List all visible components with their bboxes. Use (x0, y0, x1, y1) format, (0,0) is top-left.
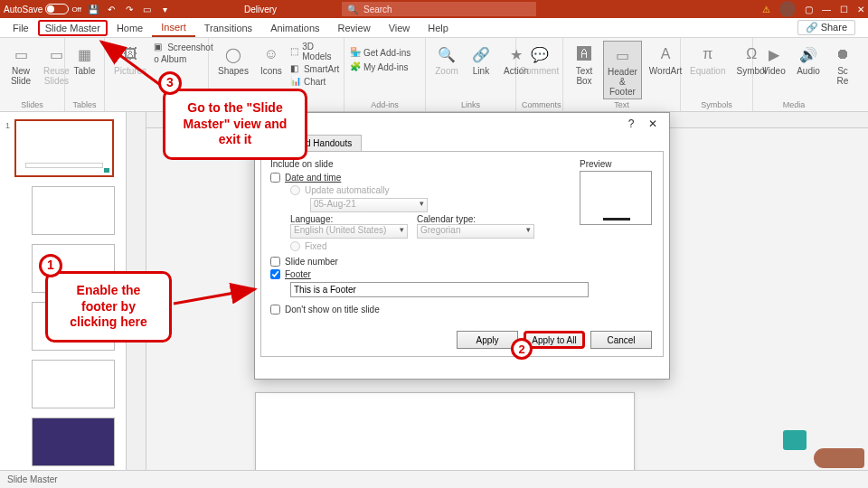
dont-show-checkbox[interactable] (270, 305, 280, 314)
fixed-label: Fixed (305, 241, 326, 251)
date-time-label: Date and time (285, 173, 341, 183)
link-icon: 🔗 (469, 42, 493, 66)
tab-transitions[interactable]: Transitions (195, 20, 261, 36)
dont-show-label: Don't show on title slide (285, 305, 380, 314)
tab-help[interactable]: Help (419, 20, 458, 36)
video-button[interactable]: ▶Video (759, 41, 789, 78)
close-icon[interactable]: ✕ (857, 5, 864, 14)
get-addins-button[interactable]: 🏪Get Add-ins (350, 46, 420, 59)
cancel-button[interactable]: Cancel (590, 331, 652, 349)
annotation-badge-3: 3 (158, 71, 182, 95)
table-button[interactable]: ▦Table (71, 41, 99, 78)
layout-thumbnail[interactable] (32, 360, 115, 408)
tab-slide-master[interactable]: Slide Master (38, 20, 108, 36)
screen-rec-icon: ⏺ (831, 42, 854, 66)
video-icon: ▶ (762, 42, 786, 66)
comment-icon: 💬 (528, 42, 552, 66)
group-text: Text (569, 100, 675, 111)
photo-album-button: o Album (154, 53, 213, 65)
group-links: Links (431, 100, 510, 111)
icons-button[interactable]: ☺Icons (256, 41, 287, 78)
search-placeholder: Search (363, 5, 392, 14)
dialog-help-icon[interactable]: ? (620, 117, 642, 130)
footer-checkbox[interactable] (270, 269, 280, 279)
models-button[interactable]: ⬚3D Models (290, 41, 339, 62)
layout-thumbnail[interactable] (32, 186, 115, 235)
maximize-icon[interactable]: ☐ (840, 5, 848, 14)
document-title: Delivery (244, 5, 277, 14)
tab-insert[interactable]: Insert (152, 19, 195, 37)
group-comments: Comments (522, 100, 557, 111)
qat-dropdown-icon[interactable]: ▾ (159, 3, 172, 15)
table-icon: ▦ (73, 42, 97, 66)
screen-rec-button[interactable]: ⏺Sc Re (827, 41, 858, 88)
group-symbols: Symbols (686, 100, 747, 111)
screenshot-icon: ▣ (154, 42, 165, 52)
calendar-label: Calendar type: (417, 214, 534, 224)
text-box-button[interactable]: 🅰Text Box (569, 41, 599, 88)
update-auto-label: Update automatically (305, 185, 389, 195)
master-thumbnail[interactable]: 1 (14, 119, 114, 177)
header-footer-icon: ▭ (610, 43, 634, 67)
annotation-1: 1 Enable the footer by clicking here (45, 271, 172, 343)
dialog-close-icon[interactable]: ✕ (642, 117, 664, 130)
branding-logo (814, 448, 864, 468)
tab-home[interactable]: Home (108, 20, 152, 36)
save-icon[interactable]: 💾 (87, 3, 99, 15)
header-footer-button[interactable]: ▭Header & Footer (603, 41, 642, 99)
autosave-label: AutoSave (4, 5, 42, 14)
slide-number-label: Slide number (285, 257, 338, 267)
shapes-button[interactable]: ◯Shapes (214, 41, 252, 78)
smartart-button[interactable]: ◧SmartArt (290, 62, 339, 75)
smartart-icon: ◧ (290, 63, 301, 74)
fixed-radio (290, 241, 300, 251)
annotation-3: 3 Go to the "Slide Master" view and exit… (163, 89, 307, 160)
slide-number-checkbox[interactable] (270, 257, 280, 267)
start-slideshow-icon[interactable]: ▭ (141, 3, 154, 15)
undo-icon[interactable]: ↶ (105, 3, 118, 15)
textbox-icon: 🅰 (572, 42, 596, 66)
equation-button: πEquation (686, 41, 729, 78)
screenshot-button[interactable]: ▣Screenshot (154, 41, 213, 53)
new-slide-button[interactable]: ▭New Slide (5, 41, 36, 88)
comment-button: 💬Comment (522, 41, 557, 78)
tab-animations[interactable]: Animations (261, 20, 328, 36)
status-mode: Slide Master (7, 474, 58, 484)
date-time-checkbox[interactable] (270, 173, 280, 183)
autosave-state: Off (71, 5, 81, 14)
autosave-toggle[interactable]: AutoSave Off (4, 4, 81, 14)
tab-review[interactable]: Review (329, 20, 380, 36)
header-footer-dialog: nd Footer ? ✕ Slide Notes and Handouts I… (254, 112, 670, 380)
minimize-icon[interactable]: — (822, 5, 831, 14)
link-button[interactable]: 🔗Link (466, 41, 496, 78)
tab-file[interactable]: File (4, 20, 38, 36)
language-label: Language: (290, 214, 408, 224)
group-addins: Add-ins (350, 100, 420, 111)
share-button[interactable]: 🔗 Share (797, 20, 855, 35)
ribbon-display-icon[interactable]: ▢ (805, 5, 813, 14)
status-bar: Slide Master (0, 470, 868, 488)
wordart-button[interactable]: AWordArt (646, 41, 686, 78)
apply-to-all-button[interactable]: Apply to All (524, 331, 585, 349)
addins-icon: 🧩 (350, 61, 361, 72)
audio-button[interactable]: 🔊Audio (793, 41, 824, 78)
redo-icon[interactable]: ↷ (123, 3, 136, 15)
apply-button[interactable]: Apply (457, 331, 518, 349)
equation-icon: π (696, 42, 720, 66)
chart-button[interactable]: 📊Chart (290, 75, 339, 88)
preview-thumbnail (580, 171, 652, 225)
shapes-icon: ◯ (222, 42, 245, 66)
group-media: Media (759, 100, 829, 111)
preview-label: Preview (580, 159, 654, 169)
search-box[interactable]: 🔍 Search (342, 2, 536, 16)
footer-text-input[interactable] (290, 282, 589, 297)
annotation-badge-1: 1 (39, 254, 62, 277)
assist-chip[interactable] (783, 430, 807, 450)
layout-thumbnail[interactable] (32, 418, 115, 466)
tab-view[interactable]: View (380, 20, 420, 36)
avatar[interactable] (779, 1, 796, 17)
audio-icon: 🔊 (797, 42, 820, 66)
my-addins-button[interactable]: 🧩My Add-ins (350, 61, 420, 73)
warning-icon[interactable]: ⚠ (762, 5, 770, 14)
ribbon: ▭New Slide ▭Reuse Slides Slides ▦Table T… (0, 38, 868, 112)
